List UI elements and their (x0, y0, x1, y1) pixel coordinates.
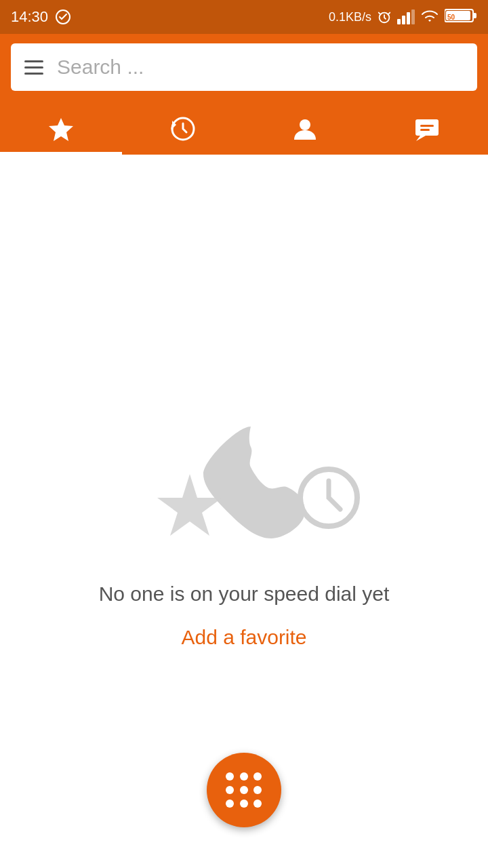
tab-recents[interactable] (122, 100, 244, 155)
history-icon (169, 115, 197, 142)
time-display: 14:30 (11, 8, 48, 26)
dial-dot-2 (240, 772, 248, 781)
svg-marker-15 (416, 136, 426, 141)
alarm-icon (377, 9, 392, 24)
dial-dot-7 (226, 800, 234, 808)
tab-messages[interactable] (366, 100, 488, 155)
star-icon (47, 115, 75, 142)
svg-rect-8 (473, 13, 476, 18)
svg-rect-17 (420, 129, 430, 131)
battery-display: 50 (445, 8, 477, 26)
message-icon (413, 115, 441, 142)
svg-rect-4 (407, 12, 410, 24)
svg-text:50: 50 (447, 14, 455, 21)
dial-dot-4 (226, 786, 234, 794)
dial-dot-5 (240, 786, 248, 794)
check-circle-icon (55, 9, 71, 25)
status-right: 0.1KB/s 50 (329, 8, 477, 26)
dial-dot-6 (253, 786, 262, 794)
tab-contacts[interactable] (244, 100, 366, 155)
svg-rect-5 (411, 9, 415, 24)
search-input-wrapper[interactable]: Search ... (11, 43, 477, 91)
wifi-icon (420, 9, 439, 24)
svg-rect-3 (402, 16, 405, 24)
svg-marker-10 (49, 118, 73, 141)
signal-icon (397, 9, 415, 24)
search-bar: Search ... (0, 34, 488, 100)
status-left: 14:30 (11, 8, 71, 26)
svg-rect-16 (420, 125, 434, 127)
dialpad-fab[interactable] (207, 753, 281, 827)
battery-icon: 50 (445, 8, 477, 23)
dialpad-icon (226, 772, 262, 808)
svg-rect-2 (397, 19, 401, 24)
person-icon (291, 115, 319, 142)
status-bar: 14:30 0.1KB/s (0, 0, 488, 34)
dial-dot-9 (253, 800, 262, 808)
hamburger-menu-button[interactable] (24, 60, 43, 75)
dial-dot-1 (226, 772, 234, 781)
search-input[interactable]: Search ... (57, 56, 144, 79)
add-favorite-button[interactable]: Add a favorite (181, 626, 306, 649)
empty-state-illustration (115, 406, 373, 555)
svg-point-13 (300, 119, 310, 130)
tab-bar (0, 100, 488, 155)
dial-dot-3 (253, 772, 262, 781)
tab-favorites[interactable] (0, 100, 122, 155)
network-speed: 0.1KB/s (329, 10, 371, 24)
svg-rect-14 (415, 119, 439, 136)
empty-state-title: No one is on your speed dial yet (99, 583, 390, 606)
dial-dot-8 (240, 800, 248, 808)
